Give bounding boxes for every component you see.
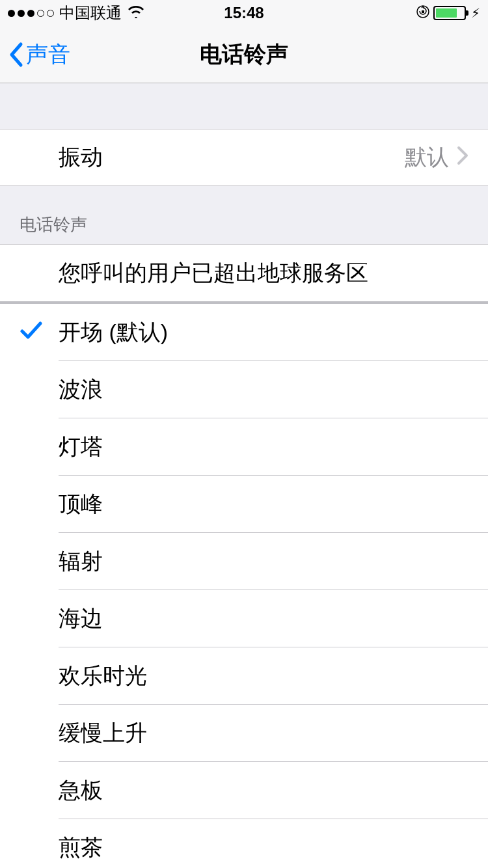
vibration-value: 默认 [405, 142, 468, 172]
vibration-row[interactable]: 振动 默认 [0, 129, 488, 186]
vibration-value-text: 默认 [405, 142, 449, 172]
ringtone-list: 开场 (默认)波浪灯塔顶峰辐射海边欢乐时光缓慢上升急板煎茶 [0, 301, 488, 868]
ringtone-label: 海边 [59, 604, 103, 634]
wifi-icon [127, 4, 145, 22]
ringtone-label: 煎茶 [59, 833, 103, 863]
ringtone-row[interactable]: 缓慢上升 [0, 705, 488, 762]
svg-rect-1 [422, 10, 424, 13]
spacer [0, 83, 488, 129]
charging-icon: ⚡︎ [471, 5, 480, 21]
page-title: 电话铃声 [200, 40, 288, 70]
ringtone-label: 开场 (默认) [59, 318, 168, 347]
ringtone-row[interactable]: 灯塔 [0, 418, 488, 476]
status-bar: 中国联通 15:48 ⚡︎ [0, 0, 488, 26]
back-label: 声音 [26, 40, 70, 70]
signal-dots-icon [8, 10, 54, 17]
ringtone-row[interactable]: 欢乐时光 [0, 647, 488, 705]
battery-icon [433, 6, 466, 20]
ringtone-label: 辐射 [59, 547, 103, 576]
ringtone-row[interactable]: 煎茶 [0, 819, 488, 868]
chevron-right-icon [457, 145, 468, 170]
ringtone-row[interactable]: 顶峰 [0, 476, 488, 533]
orientation-lock-icon [416, 4, 429, 22]
ringtone-label: 顶峰 [59, 489, 103, 519]
navigation-bar: 声音 电话铃声 [0, 26, 488, 83]
ringtone-row[interactable]: 急板 [0, 762, 488, 819]
vibration-label: 振动 [59, 142, 103, 172]
ringtone-row[interactable]: 开场 (默认) [0, 304, 488, 361]
ringtone-row[interactable]: 波浪 [0, 361, 488, 418]
ringtone-row[interactable]: 辐射 [0, 533, 488, 590]
ringtone-label: 灯塔 [59, 432, 103, 462]
ringtone-label: 缓慢上升 [59, 718, 147, 748]
ringtone-label: 波浪 [59, 375, 103, 405]
ringtone-row[interactable]: 海边 [0, 590, 488, 647]
custom-ringtone-row[interactable]: 您呼叫的用户已超出地球服务区 [0, 244, 488, 301]
checkmark-icon [20, 318, 43, 347]
status-time: 15:48 [165, 4, 323, 22]
section-header-ringtones: 电话铃声 [0, 186, 488, 244]
ringtone-label: 欢乐时光 [59, 661, 147, 691]
chevron-left-icon [8, 42, 23, 68]
carrier-label: 中国联通 [59, 3, 122, 23]
status-left: 中国联通 [8, 3, 165, 23]
back-button[interactable]: 声音 [8, 40, 70, 70]
custom-ringtone-label: 您呼叫的用户已超出地球服务区 [59, 258, 368, 288]
ringtone-label: 急板 [59, 776, 103, 806]
status-right: ⚡︎ [323, 4, 480, 22]
